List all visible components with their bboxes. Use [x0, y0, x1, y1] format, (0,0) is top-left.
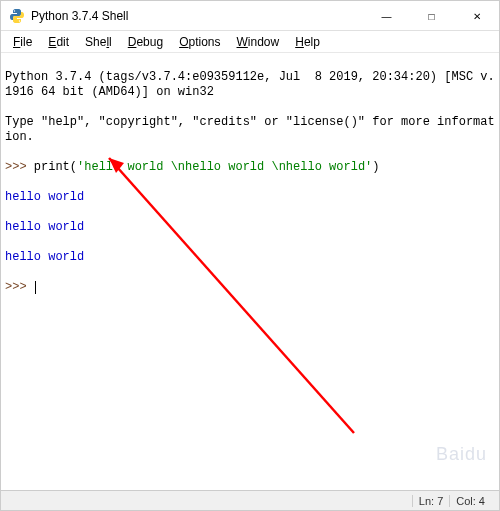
banner-line: Type "help", "copyright", "credits" or "…	[5, 115, 495, 145]
prompt-line: >>>	[5, 280, 495, 295]
statusbar: Ln: 7 Col: 4	[1, 490, 499, 510]
menu-window[interactable]: Window	[229, 33, 288, 51]
prompt: >>>	[5, 160, 34, 174]
window-title: Python 3.7.4 Shell	[31, 9, 364, 23]
code-call: print(	[34, 160, 77, 174]
menubar: File Edit Shell Debug Options Window Hel…	[1, 31, 499, 53]
menu-debug[interactable]: Debug	[120, 33, 171, 51]
minimize-button[interactable]: —	[364, 1, 409, 31]
menu-shell[interactable]: Shell	[77, 33, 120, 51]
menu-help[interactable]: Help	[287, 33, 328, 51]
menu-options[interactable]: Options	[171, 33, 228, 51]
status-line: Ln: 7	[412, 495, 449, 507]
code-close: )	[372, 160, 379, 174]
status-col: Col: 4	[449, 495, 491, 507]
input-line: >>> print('hello world \nhello world \nh…	[5, 160, 495, 175]
svg-point-1	[19, 20, 20, 21]
titlebar: Python 3.7.4 Shell — □ ✕	[1, 1, 499, 31]
maximize-button[interactable]: □	[409, 1, 454, 31]
python-icon	[9, 8, 25, 24]
prompt: >>>	[5, 280, 34, 294]
code-string: 'hello world \nhello world \nhello world…	[77, 160, 372, 174]
close-button[interactable]: ✕	[454, 1, 499, 31]
menu-file[interactable]: File	[5, 33, 40, 51]
output-line: hello world	[5, 190, 495, 205]
output-line: hello world	[5, 250, 495, 265]
menu-edit[interactable]: Edit	[40, 33, 77, 51]
banner-line: Python 3.7.4 (tags/v3.7.4:e09359112e, Ju…	[5, 70, 495, 100]
shell-content[interactable]: Python 3.7.4 (tags/v3.7.4:e09359112e, Ju…	[1, 53, 499, 490]
svg-point-0	[14, 10, 15, 11]
watermark: Baidu	[436, 447, 487, 462]
window-controls: — □ ✕	[364, 1, 499, 30]
output-line: hello world	[5, 220, 495, 235]
cursor	[35, 281, 36, 294]
